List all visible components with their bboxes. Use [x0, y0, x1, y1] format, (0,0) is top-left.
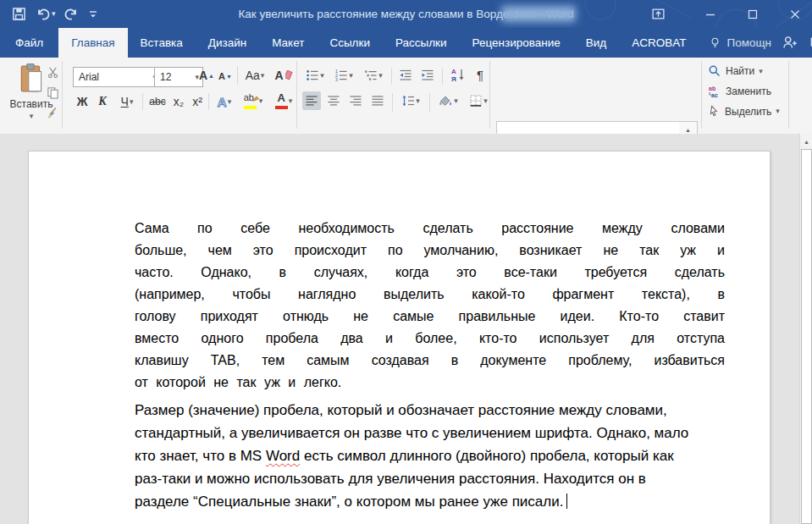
change-case-button[interactable]: Aa ▾	[242, 66, 268, 85]
text-segment: есть символ длинного (двойного) пробела,…	[300, 448, 673, 464]
word-window: Как увеличить расстояние между словами в…	[0, 0, 812, 524]
sort-b: Я	[451, 75, 456, 82]
shading-button[interactable]: ▾	[434, 90, 461, 112]
multilevel-dropdown-icon[interactable]: ▾	[378, 72, 383, 80]
scroll-up-icon: ▲	[685, 127, 691, 133]
align-left-icon	[305, 94, 318, 108]
ribbon-display-options-button[interactable]	[644, 0, 672, 28]
shading-dropdown-icon[interactable]: ▾	[454, 97, 458, 105]
change-case-dropdown-icon[interactable]: ▾	[261, 72, 265, 80]
undo-button[interactable]: ▾	[35, 7, 56, 22]
text-effects-dropdown-icon[interactable]: ▾	[228, 98, 232, 106]
paste-dropdown-icon[interactable]: ▾	[30, 113, 34, 120]
sort-button[interactable]: А Я	[447, 64, 469, 85]
numbering-button[interactable]: 1 2 3 ▾	[332, 66, 356, 85]
bold-button[interactable]: Ж	[75, 91, 90, 112]
underline-dropdown-icon[interactable]: ▾	[130, 98, 134, 106]
borders-dropdown-icon[interactable]: ▾	[483, 97, 488, 105]
title-bar: Как увеличить расстояние между словами в…	[0, 0, 812, 28]
tell-me-box[interactable]: Помощн	[699, 28, 782, 58]
minimize-icon	[704, 8, 716, 20]
small-separator	[208, 93, 209, 110]
font-color-dropdown-icon[interactable]: ▾	[289, 97, 293, 105]
tab-mailings[interactable]: Рассылки	[383, 28, 460, 58]
highlight-button[interactable]: ab ▾	[239, 90, 268, 112]
scrollbar-up-button[interactable]: ▲	[800, 134, 812, 150]
align-center-icon	[327, 94, 340, 108]
align-center-button[interactable]	[324, 91, 343, 110]
group-separator	[701, 61, 702, 129]
justify-button[interactable]	[368, 91, 387, 110]
maximize-button[interactable]	[738, 0, 767, 28]
minimize-button[interactable]	[696, 0, 725, 28]
tab-references[interactable]: Ссылки	[317, 28, 383, 58]
bullets-button[interactable]: ▾	[303, 66, 327, 85]
tab-review[interactable]: Рецензирование	[460, 28, 573, 58]
svg-text:ac: ac	[711, 92, 718, 98]
text-line: от которой не так уж и легко.	[135, 372, 725, 394]
save-button[interactable]	[12, 7, 26, 21]
decrease-indent-button[interactable]	[396, 66, 415, 85]
ribbon-display-options-icon	[651, 7, 666, 21]
tab-home[interactable]: Главная	[58, 28, 127, 58]
find-button[interactable]: Найти ▾	[708, 64, 763, 78]
change-case-label: Aa	[246, 69, 260, 81]
bullets-dropdown-icon[interactable]: ▾	[320, 72, 324, 80]
borders-button[interactable]: ▾	[465, 90, 492, 112]
format-painter-button[interactable]	[44, 105, 61, 120]
font-color-button[interactable]: А ▾	[271, 90, 296, 112]
increase-indent-button[interactable]	[418, 66, 437, 85]
text-line: кто знает, что в MS Word есть символ дли…	[135, 444, 741, 467]
pilcrow-icon: ¶	[477, 69, 483, 81]
line-spacing-dropdown-icon[interactable]: ▾	[416, 97, 420, 105]
tab-acrobat[interactable]: ACROBAT	[619, 28, 699, 58]
show-formatting-button[interactable]: ¶	[472, 64, 488, 85]
user-account-badge[interactable]	[501, 6, 576, 22]
numbering-dropdown-icon[interactable]: ▾	[349, 72, 353, 80]
replace-button[interactable]: ab ac Заменить	[708, 85, 771, 98]
align-left-button[interactable]	[302, 91, 321, 110]
copy-button[interactable]	[44, 85, 61, 100]
superscript-button[interactable]: x²	[188, 91, 207, 112]
scrollbar-thumb[interactable]	[801, 149, 812, 524]
cut-button[interactable]	[44, 64, 61, 80]
tab-design[interactable]: Дизайн	[196, 28, 259, 58]
font-size-combobox[interactable]: 12 ▾	[154, 67, 203, 87]
tab-layout[interactable]: Макет	[259, 28, 317, 58]
font-name-combobox[interactable]: Arial ▾	[73, 67, 161, 87]
document-page[interactable]: Сама по себе необходимость сделать расст…	[28, 151, 771, 524]
underline-button[interactable]: Ч ▾	[115, 91, 139, 112]
share-person-icon[interactable]	[782, 35, 798, 51]
find-dropdown-icon[interactable]: ▾	[759, 68, 763, 75]
clear-formatting-button[interactable]: А	[274, 65, 293, 85]
paragraph-1[interactable]: Сама по себе необходимость сделать расст…	[135, 218, 725, 394]
select-button[interactable]: Выделить ▾	[708, 105, 780, 118]
text-line: часто. Однако, в случаях, когда это все-…	[135, 262, 725, 284]
vertical-scrollbar[interactable]: ▲	[799, 134, 812, 524]
tab-file[interactable]: Файл	[0, 28, 58, 58]
customize-qat-button[interactable]	[88, 9, 98, 19]
subscript-button[interactable]: x₂	[169, 91, 188, 112]
shrink-font-button[interactable]: А▼	[217, 68, 234, 85]
line-spacing-button[interactable]: ▾	[397, 90, 424, 112]
strikethrough-button[interactable]: abc	[146, 91, 169, 112]
select-dropdown-icon[interactable]: ▾	[776, 108, 780, 115]
undo-dropdown-icon[interactable]: ▾	[52, 10, 56, 18]
sort-a: А	[451, 68, 456, 75]
multilevel-list-button[interactable]: ▾	[361, 66, 386, 85]
grow-font-button[interactable]: А▲	[198, 66, 215, 85]
close-button[interactable]	[781, 0, 809, 28]
customize-qat-icon	[88, 9, 98, 19]
text-effects-button[interactable]: А ▾	[212, 91, 237, 112]
italic-button[interactable]: К	[95, 91, 110, 112]
small-separator	[392, 93, 393, 112]
paragraph-2[interactable]: Размер (значение) пробела, который и обо…	[135, 399, 741, 513]
tab-insert[interactable]: Вставка	[128, 28, 196, 58]
replace-icon: ab ac	[708, 85, 721, 98]
multilevel-list-icon	[364, 69, 378, 82]
small-separator	[391, 68, 392, 85]
redo-button[interactable]	[64, 7, 80, 22]
tab-view[interactable]: Вид	[573, 28, 619, 58]
highlight-pen-icon	[251, 93, 260, 102]
align-right-button[interactable]	[346, 91, 365, 110]
